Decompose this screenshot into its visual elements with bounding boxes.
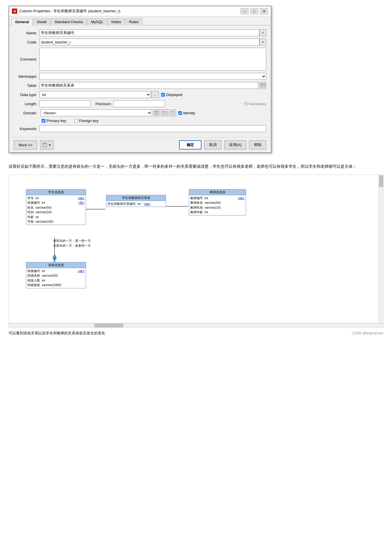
domain-browse-icon — [155, 111, 159, 115]
table-input[interactable] — [39, 82, 258, 89]
domain-list-button[interactable] — [161, 109, 168, 116]
table-browse-button[interactable] — [259, 82, 266, 89]
tab-bar: General Detail Standard Checks MySQL Not… — [9, 16, 271, 25]
entity-relation-body: 学生和教师关系编号int<pk> — [106, 201, 166, 207]
tab-standard-checks[interactable]: Standard Checks — [51, 18, 87, 25]
entity-student-header: 学生信息表 — [26, 189, 86, 195]
length-input[interactable] — [39, 100, 91, 107]
tab-notes[interactable]: Notes — [108, 18, 125, 25]
table-row: Table: — [14, 82, 266, 89]
pk-checkbox[interactable] — [42, 119, 45, 123]
annotation-line1: 有箭头的一方：是一的一方 — [53, 238, 91, 243]
minimize-button[interactable]: ─ — [241, 8, 249, 14]
domain-label: Domain: — [14, 111, 39, 115]
stereotype-label: Stereotype: — [14, 74, 39, 79]
svg-rect-5 — [155, 111, 158, 112]
keywords-row: Keywords: — [14, 125, 266, 132]
entity-student-body: 学号int<pk> 班级编号int<fk> 姓名varchar(50) 性别va… — [26, 195, 86, 225]
code-input[interactable] — [39, 39, 259, 45]
table-input-row — [39, 82, 266, 89]
dialog-footer: More >> ▼ 确定 取消 应用(A) 帮助 — [9, 137, 271, 152]
h-scrollbar-thumb[interactable] — [95, 324, 123, 327]
code-equals-button[interactable]: = — [259, 39, 266, 45]
entity-class-body: 班级编号int<pk> 班级名称varchar(50) 班级人数int 班级描述… — [26, 268, 86, 288]
name-row: Name: = — [14, 29, 266, 36]
dialog-title: Column Properties - 学生和教师关系编号 (student_t… — [19, 9, 120, 14]
svg-rect-17 — [43, 145, 47, 147]
keywords-input[interactable] — [39, 125, 266, 132]
tab-mysql[interactable]: MySQL — [87, 18, 107, 25]
down-arrow-svg — [51, 253, 58, 262]
identity-label-text: Identity — [183, 111, 195, 115]
scrollbar-thumb[interactable] — [379, 175, 383, 187]
tab-general[interactable]: General — [11, 18, 33, 25]
displayed-label-text: Displayed — [166, 93, 182, 97]
diagram-scrollbar-right[interactable] — [379, 175, 383, 323]
save-button[interactable]: ▼ — [40, 140, 54, 149]
pkfk-row: Primary key Foreign key — [14, 119, 266, 123]
arrow-annotation: 有箭头的一方：是一的一方 无箭头的一方：是多的一方 — [53, 238, 91, 248]
domain-select[interactable]: <None> — [41, 109, 152, 116]
pk-label-text: Primary key — [47, 119, 66, 123]
svg-rect-16 — [43, 143, 46, 144]
help-button[interactable]: 帮助 — [249, 140, 266, 149]
keywords-label: Keywords: — [14, 127, 39, 131]
identity-checkbox-label: Identity — [178, 111, 195, 115]
fk-checkbox[interactable] — [74, 119, 78, 123]
displayed-checkbox[interactable] — [161, 93, 165, 97]
bottom-scrollbar[interactable] — [9, 323, 383, 328]
datatype-select[interactable]: int — [39, 91, 151, 98]
cancel-button[interactable]: 取消 — [204, 140, 221, 149]
identity-checkbox[interactable] — [178, 111, 182, 115]
name-equals-button[interactable]: = — [259, 29, 266, 36]
entity-teacher: 教师信息表 教师编号int<pk> 教师姓名varchar(50) 教师性别va… — [189, 189, 246, 215]
annotation-line2: 无箭头的一方：是多的一方 — [53, 243, 91, 248]
tab-rules[interactable]: Rules — [125, 18, 142, 25]
apply-button[interactable]: 应用(A) — [224, 140, 246, 149]
svg-rect-11 — [171, 112, 174, 114]
dialog-title-left: ⊞ Column Properties - 学生和教师关系编号 (student… — [12, 9, 120, 14]
dialog-titlebar: ⊞ Column Properties - 学生和教师关系编号 (student… — [9, 6, 271, 16]
entity-relation-header: 学生和教师的关系表 — [106, 195, 166, 201]
dialog-controls: ─ □ ✕ — [241, 8, 268, 14]
domain-list-icon — [163, 111, 167, 115]
csdn-watermark: CSDN @kojizhentan — [352, 331, 383, 335]
datatype-dotdot-button[interactable]: ... — [151, 91, 159, 98]
maximize-button[interactable]: □ — [250, 8, 258, 14]
ok-button[interactable]: 确定 — [179, 140, 201, 149]
code-label: Code: — [14, 40, 39, 44]
tab-detail[interactable]: Detail — [33, 18, 50, 25]
article-paragraph1: 设置好后如下图所示，需要注意的是有箭头的一方是一，无箭头的一方是多，即一对多的多… — [9, 163, 383, 170]
svg-rect-8 — [163, 111, 166, 114]
dialog-icon: ⊞ — [12, 9, 17, 14]
name-input[interactable] — [39, 29, 259, 36]
column-properties-dialog: ⊞ Column Properties - 学生和教师关系编号 (student… — [9, 6, 271, 153]
mandatory-label-text: Mandatory — [249, 102, 266, 106]
table-label: Table: — [14, 83, 39, 88]
datatype-label: Data type: — [14, 93, 39, 97]
entity-teacher-header: 教师信息表 — [189, 189, 246, 195]
mandatory-checkbox — [244, 102, 248, 106]
close-button[interactable]: ✕ — [260, 8, 268, 14]
stereotype-select[interactable] — [39, 73, 266, 80]
svg-rect-1 — [261, 84, 265, 85]
name-label: Name: — [14, 31, 39, 35]
svg-marker-22 — [52, 253, 57, 262]
entity-class-header: 班级信息表 — [26, 262, 86, 268]
article-text: 设置好后如下图所示，需要注意的是有箭头的一方是一，无箭头的一方是多，即一对多的多… — [0, 159, 392, 175]
comment-textarea[interactable] — [39, 48, 266, 71]
table-browse-icon — [261, 83, 265, 87]
domain-clear-button[interactable] — [169, 109, 176, 116]
domain-browse-button[interactable] — [153, 109, 160, 116]
datatype-row: Data type: int ... Displayed — [14, 91, 266, 98]
more-button[interactable]: More >> — [14, 140, 37, 149]
precision-input[interactable] — [113, 100, 165, 107]
comment-label: Comment: — [14, 57, 39, 61]
diagram-area[interactable]: 学生信息表 学号int<pk> 班级编号int<fk> 姓名varchar(50… — [9, 175, 383, 323]
domain-row: Domain: <None> — [14, 109, 266, 116]
stereotype-row: Stereotype: — [14, 73, 266, 80]
entity-relation: 学生和教师的关系表 学生和教师关系编号int<pk> — [106, 195, 166, 207]
length-precision-row: Length: Precision: Mandatory — [14, 100, 266, 107]
bottom-caption: 可以看到添加关系以后学生和教师的关系表前后发生的变化 CSDN @kojizhe… — [0, 328, 392, 339]
fk-checkbox-label: Foreign key — [74, 119, 99, 123]
